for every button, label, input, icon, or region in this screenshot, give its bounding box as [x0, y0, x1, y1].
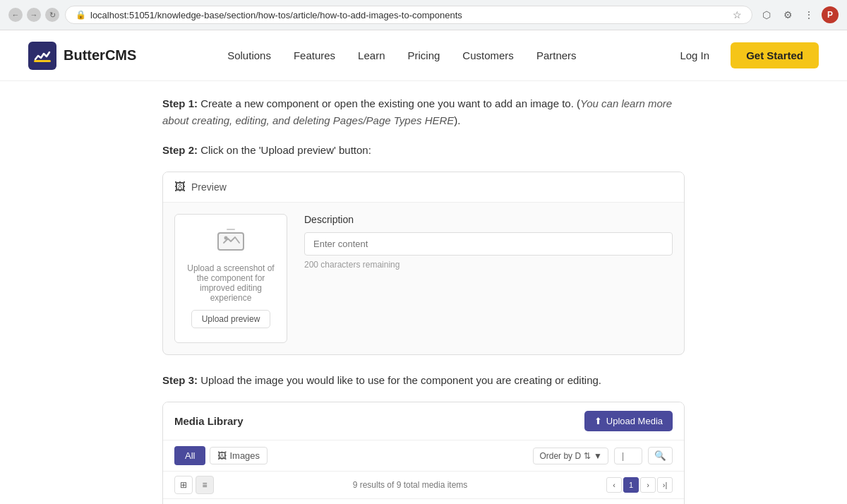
step2-body: Click on the 'Upload preview' button: [200, 144, 371, 156]
media-toolbar: ⊞ ≡ 9 results of 9 total media items ‹ 1… [163, 472, 684, 499]
lock-icon: 🔒 [76, 10, 86, 20]
image-icon: 🖼 [174, 181, 186, 193]
nav-item-pricing[interactable]: Pricing [397, 44, 450, 67]
svg-rect-4 [227, 229, 235, 230]
browser-chrome: ← → ↻ 🔒 localhost:51051/knowledge-base/s… [0, 0, 847, 30]
get-started-button[interactable]: Get Started [731, 42, 819, 68]
media-item: ButterCMS Logo.webp Copy URL N Nikki Rem… [163, 499, 684, 504]
media-tabs-right: Order by D ⇅ ▼ 🔍 [533, 447, 673, 464]
menu-button[interactable]: ⋮ [800, 6, 817, 23]
chevron-down-icon: ▼ [594, 451, 602, 461]
desc-input[interactable] [304, 232, 673, 256]
upload-caption: Upload a screenshot of the component for… [184, 263, 278, 303]
logo-text: ButterCMS [64, 47, 136, 64]
navbar-nav: Solutions Features Learn Pricing Custome… [217, 44, 586, 67]
login-button[interactable]: Log In [667, 44, 722, 67]
nav-item-learn[interactable]: Learn [348, 44, 395, 67]
profile-button[interactable]: P [822, 6, 839, 23]
nav-item-solutions[interactable]: Solutions [217, 44, 281, 67]
preview-description-area: Description 200 characters remaining [304, 214, 673, 343]
cast-button[interactable]: ⬡ [758, 6, 775, 23]
upload-media-button[interactable]: ⬆ Upload Media [584, 411, 673, 431]
sort-dropdown[interactable]: Order by D ⇅ ▼ [533, 448, 608, 464]
page-1-button[interactable]: 1 [623, 477, 639, 493]
navbar-actions: Log In Get Started [667, 42, 819, 68]
tab-images[interactable]: 🖼 Images [210, 447, 268, 464]
upload-icon-btn: ⬆ [594, 416, 602, 426]
step2-label: Step 2: [162, 144, 198, 156]
browser-controls: ← → ↻ [8, 8, 59, 22]
logo-icon [28, 42, 56, 70]
media-library-title: Media Library [174, 415, 244, 427]
back-button[interactable]: ← [8, 8, 23, 22]
step2-text: Step 2: Click on the 'Upload preview' bu… [162, 142, 685, 159]
step3-label: Step 3: [162, 374, 198, 386]
preview-header-label: Preview [191, 181, 227, 193]
step1-italic: You can learn more about creating, editi… [162, 97, 672, 126]
nav-item-customers[interactable]: Customers [452, 44, 524, 67]
step1-text: Step 1: Create a new component or open t… [162, 95, 685, 129]
preview-box: 🖼 Preview Upload a screenshot of the com… [162, 172, 685, 355]
reload-button[interactable]: ↻ [45, 8, 59, 22]
media-library-header: Media Library ⬆ Upload Media [163, 402, 684, 440]
image-tab-icon: 🖼 [217, 450, 227, 461]
media-tabs-left: All 🖼 Images [174, 446, 268, 465]
preview-box-body: Upload a screenshot of the component for… [163, 203, 684, 354]
main-content: Step 1: Create a new component or open t… [134, 81, 713, 504]
tab-all[interactable]: All [174, 446, 205, 465]
url-text: localhost:51051/knowledge-base/section/h… [90, 10, 462, 20]
forward-button[interactable]: → [27, 8, 41, 22]
step1-label: Step 1: [162, 97, 198, 109]
address-bar-icons: ☆ [733, 9, 742, 20]
extensions-button[interactable]: ⚙ [779, 6, 796, 23]
logo[interactable]: ButterCMS [28, 42, 136, 70]
step1-body: Create a new component or open the exist… [162, 97, 672, 126]
sort-label: Order by D [539, 451, 581, 461]
filter-input[interactable] [614, 448, 642, 464]
step3-text: Step 3: Upload the image you would like … [162, 372, 685, 389]
prev-page-button[interactable]: ‹ [606, 477, 622, 493]
media-library-container: Media Library ⬆ Upload Media All 🖼 Image… [162, 402, 685, 504]
nav-item-partners[interactable]: Partners [527, 44, 587, 67]
preview-box-header: 🖼 Preview [163, 172, 684, 203]
media-view-icons: ⊞ ≡ [174, 476, 214, 494]
step3-body: Upload the image you would like to use f… [200, 374, 601, 386]
upload-media-label: Upload Media [606, 416, 663, 426]
address-bar[interactable]: 🔒 localhost:51051/knowledge-base/section… [65, 6, 752, 24]
upload-preview-btn[interactable]: Upload preview [191, 310, 271, 328]
nav-item-features[interactable]: Features [284, 44, 345, 67]
last-page-button[interactable]: ›| [657, 477, 673, 493]
bookmark-icon: ☆ [733, 9, 742, 20]
media-tabs: All 🖼 Images Order by D ⇅ ▼ 🔍 [163, 440, 684, 472]
navbar: ButterCMS Solutions Features Learn Prici… [0, 30, 847, 81]
desc-label: Description [304, 214, 673, 225]
search-button[interactable]: 🔍 [648, 447, 673, 464]
browser-actions: ⬡ ⚙ ⋮ P [758, 6, 839, 23]
list-view-button[interactable]: ≡ [196, 476, 214, 494]
preview-upload-area: Upload a screenshot of the component for… [174, 214, 287, 343]
sort-icon: ⇅ [584, 451, 591, 461]
next-page-button[interactable]: › [640, 477, 656, 493]
svg-point-3 [224, 236, 228, 240]
svg-rect-1 [34, 60, 51, 62]
media-list: ButterCMS Logo.webp Copy URL N Nikki Rem… [163, 499, 684, 504]
media-pagination: ‹ 1 › ›| [606, 477, 673, 493]
char-count: 200 characters remaining [304, 260, 673, 270]
upload-icon [217, 229, 245, 256]
grid-view-button[interactable]: ⊞ [174, 476, 193, 494]
media-count: 9 results of 9 total media items [353, 480, 468, 490]
